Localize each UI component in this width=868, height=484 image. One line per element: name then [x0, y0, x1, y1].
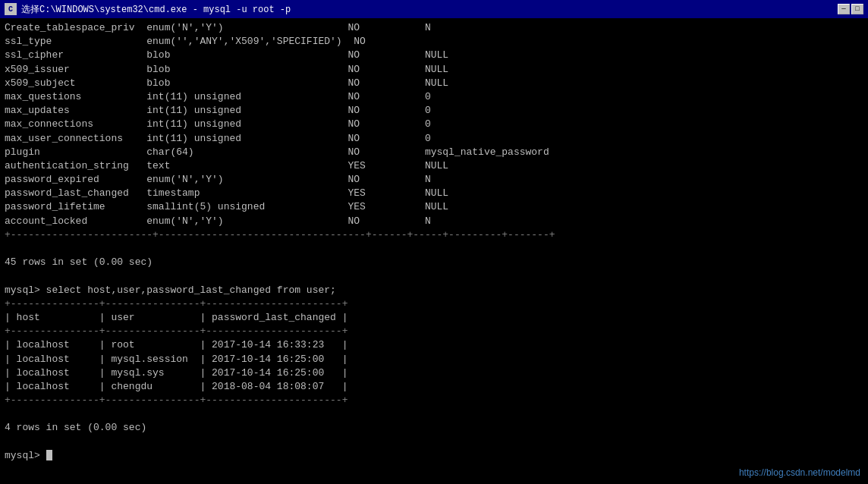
row-account-locked: account_locked enum('N','Y') NO N — [5, 215, 863, 228]
row-create-tablespace: Create_tablespace_priv enum('N','Y') NO … — [5, 21, 863, 35]
mysql-prompt: mysql> — [5, 449, 863, 463]
table-row-1: | localhost | root | 2017-10-14 16:33:23… — [5, 338, 863, 352]
row-ssl-type: ssl_type enum('','ANY','X509','SPECIFIED… — [5, 35, 863, 49]
table-sep: +---------------+----------------+------… — [5, 325, 863, 338]
row-x509-subject: x509_subject blob NO NULL — [5, 77, 863, 90]
row-max-questions: max_questions int(11) unsigned NO 0 — [5, 90, 863, 104]
table-bottom: +---------------+----------------+------… — [5, 394, 863, 407]
blank3 — [5, 435, 863, 449]
cursor — [46, 450, 52, 460]
watermark: https://blog.csdn.net/modelmd — [739, 467, 860, 478]
table-top: +---------------+----------------+------… — [5, 297, 863, 311]
table-row-4: | localhost | chengdu | 2018-08-04 18:08… — [5, 380, 863, 394]
terminal: Create_tablespace_priv enum('N','Y') NO … — [0, 18, 868, 484]
row-plugin: plugin char(64) NO mysql_native_password — [5, 146, 863, 159]
row-pwd-expired: password_expired enum('N','Y') NO N — [5, 173, 863, 187]
rows-count-text1: 45 rows in set (0.00 sec) — [5, 256, 863, 269]
blank2 — [5, 407, 863, 421]
row-max-user-connections: max_user_connections int(11) unsigned NO… — [5, 132, 863, 146]
row-auth-string: authentication_string text YES NULL — [5, 159, 863, 173]
row-max-updates: max_updates int(11) unsigned NO 0 — [5, 104, 863, 118]
minimize-button[interactable]: ─ — [838, 4, 850, 14]
window-title: 选择C:\WINDOWS\system32\cmd.exe - mysql -u… — [21, 3, 291, 16]
title-bar-left: C 选择C:\WINDOWS\system32\cmd.exe - mysql … — [5, 3, 291, 16]
cmd-icon: C — [5, 3, 17, 15]
blank1 — [5, 269, 863, 283]
row-pwd-last-changed: password_last_changed timestamp YES NULL — [5, 187, 863, 200]
table-header: | host | user | password_last_changed | — [5, 311, 863, 325]
query-line: mysql> select host,user,password_last_ch… — [5, 284, 863, 297]
title-bar: C 选择C:\WINDOWS\system32\cmd.exe - mysql … — [0, 0, 868, 18]
row-x509-issuer: x509_issuer blob NO NULL — [5, 63, 863, 77]
window-controls[interactable]: ─ □ — [838, 4, 863, 14]
row-ssl-cipher: ssl_cipher blob NO NULL — [5, 49, 863, 62]
table-row-3: | localhost | mysql.sys | 2017-10-14 16:… — [5, 366, 863, 380]
rows-count-text2: 4 rows in set (0.00 sec) — [5, 421, 863, 435]
rows-count1 — [5, 242, 863, 256]
table-divider1: +------------------------+--------------… — [5, 228, 863, 242]
maximize-button[interactable]: □ — [851, 4, 863, 14]
main-window: C 选择C:\WINDOWS\system32\cmd.exe - mysql … — [0, 0, 868, 484]
row-pwd-lifetime: password_lifetime smallint(5) unsigned Y… — [5, 200, 863, 214]
row-max-connections: max_connections int(11) unsigned NO 0 — [5, 118, 863, 131]
table-row-2: | localhost | mysql.session | 2017-10-14… — [5, 353, 863, 366]
